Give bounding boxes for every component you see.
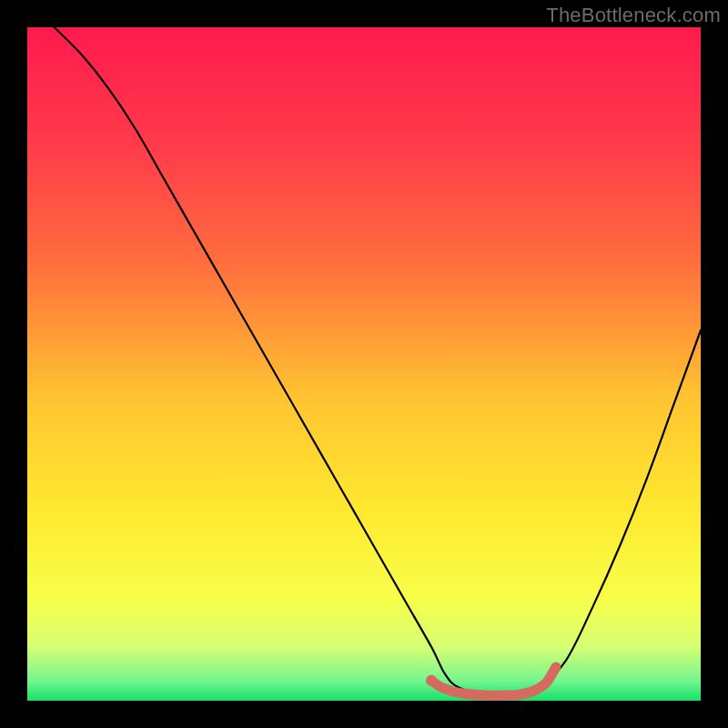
range-start-dot: [426, 675, 437, 686]
bottleneck-chart: [0, 0, 728, 728]
gradient-background: [27, 27, 701, 701]
watermark: TheBottleneck.com: [546, 4, 721, 27]
